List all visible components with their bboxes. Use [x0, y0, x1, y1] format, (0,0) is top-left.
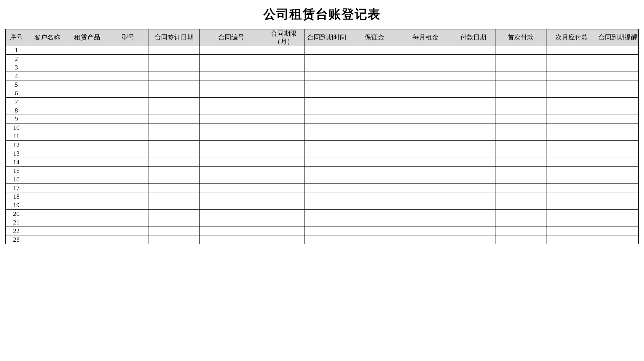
- cell: [263, 98, 304, 106]
- cell-seq: 20: [6, 210, 27, 218]
- cell: [27, 55, 67, 63]
- cell: [200, 72, 263, 80]
- cell: [149, 218, 200, 227]
- cell: [263, 210, 304, 218]
- cell: [546, 158, 597, 167]
- cell: [349, 132, 400, 141]
- cell: [400, 149, 451, 158]
- cell: [263, 184, 304, 192]
- cell: [27, 218, 67, 227]
- cell: [67, 46, 107, 55]
- cell: [263, 115, 304, 124]
- cell: [305, 55, 349, 63]
- cell: [107, 158, 149, 167]
- cell: [349, 218, 400, 227]
- cell: [149, 55, 200, 63]
- cell: [451, 46, 495, 55]
- cell: [305, 132, 349, 141]
- cell: [263, 55, 304, 63]
- cell: [27, 210, 67, 218]
- cell: [263, 218, 304, 227]
- cell: [149, 175, 200, 184]
- cell: [451, 132, 495, 141]
- cell: [597, 63, 639, 72]
- cell-seq: 2: [6, 55, 27, 63]
- cell-seq: 1: [6, 46, 27, 55]
- cell: [495, 124, 546, 132]
- col-header-product: 租赁产品: [67, 29, 107, 46]
- cell: [107, 124, 149, 132]
- table-row: 2: [6, 55, 639, 63]
- cell: [400, 124, 451, 132]
- cell: [546, 106, 597, 115]
- cell: [400, 218, 451, 227]
- cell-seq: 14: [6, 158, 27, 167]
- col-header-customer: 客户名称: [27, 29, 67, 46]
- cell: [263, 80, 304, 89]
- cell: [349, 167, 400, 175]
- cell-seq: 15: [6, 167, 27, 175]
- cell: [200, 149, 263, 158]
- col-header-rent: 每月租金: [400, 29, 451, 46]
- cell: [305, 167, 349, 175]
- cell: [149, 89, 200, 98]
- table-row: 17: [6, 184, 639, 192]
- cell: [495, 149, 546, 158]
- cell: [546, 115, 597, 124]
- cell: [495, 115, 546, 124]
- table-row: 8: [6, 106, 639, 115]
- table-header-row: 序号 客户名称 租赁产品 型号 合同签订日期 合同编号 合同期限（月） 合同到期…: [6, 29, 639, 46]
- cell: [546, 149, 597, 158]
- cell: [107, 235, 149, 244]
- cell: [263, 167, 304, 175]
- cell: [597, 218, 639, 227]
- cell: [263, 201, 304, 210]
- cell: [597, 192, 639, 201]
- cell: [400, 72, 451, 80]
- cell: [305, 46, 349, 55]
- cell: [305, 98, 349, 106]
- col-header-expiry: 合同到期时间: [305, 29, 349, 46]
- cell: [67, 55, 107, 63]
- cell: [495, 72, 546, 80]
- cell: [27, 235, 67, 244]
- col-header-contractno: 合同编号: [200, 29, 263, 46]
- cell: [107, 46, 149, 55]
- cell: [495, 210, 546, 218]
- cell: [495, 201, 546, 210]
- cell: [349, 124, 400, 132]
- cell: [305, 80, 349, 89]
- cell: [400, 132, 451, 141]
- cell: [349, 55, 400, 63]
- col-header-firstpay: 首次付款: [495, 29, 546, 46]
- cell: [149, 227, 200, 235]
- cell: [107, 115, 149, 124]
- cell: [349, 235, 400, 244]
- cell: [305, 124, 349, 132]
- cell: [349, 98, 400, 106]
- cell: [200, 106, 263, 115]
- cell: [263, 124, 304, 132]
- cell: [67, 89, 107, 98]
- cell: [400, 98, 451, 106]
- cell: [149, 46, 200, 55]
- cell: [400, 46, 451, 55]
- cell: [67, 63, 107, 72]
- cell: [495, 80, 546, 89]
- cell-seq: 7: [6, 98, 27, 106]
- table-row: 13: [6, 149, 639, 158]
- cell: [263, 158, 304, 167]
- table-row: 5: [6, 80, 639, 89]
- cell: [546, 175, 597, 184]
- cell: [200, 55, 263, 63]
- cell: [451, 55, 495, 63]
- cell-seq: 10: [6, 124, 27, 132]
- cell: [400, 63, 451, 72]
- col-header-reminder: 合同到期提醒: [597, 29, 639, 46]
- cell: [349, 89, 400, 98]
- cell-seq: 22: [6, 227, 27, 235]
- cell: [349, 158, 400, 167]
- cell-seq: 12: [6, 141, 27, 149]
- cell: [27, 124, 67, 132]
- cell: [451, 218, 495, 227]
